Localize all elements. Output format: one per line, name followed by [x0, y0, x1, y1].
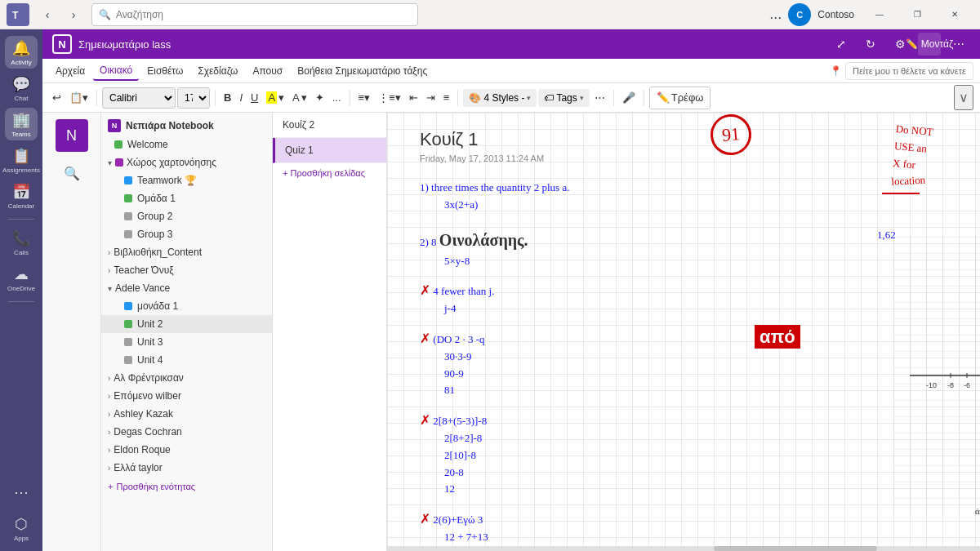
sidebar-item-ashley[interactable]: › Ashley Kazak [101, 405, 272, 423]
eraser-button[interactable]: ✦ [312, 87, 327, 109]
tags-button[interactable]: 🏷 Tags ▾ [538, 89, 589, 107]
back-button[interactable]: ‹ [36, 3, 59, 26]
menu-item-eistheto[interactable]: Εισθέτω [140, 62, 189, 80]
search-input[interactable] [116, 9, 411, 20]
menu-item-oikiako[interactable]: Οικιακό [93, 61, 139, 81]
sidebar-item-degas[interactable]: › Degas Cochran [101, 423, 272, 441]
sidebar-item-chat[interactable]: 💬 Chat [5, 72, 38, 104]
more-options-button[interactable]: ... [769, 6, 782, 23]
sidebar-item-unit3[interactable]: Unit 3 [101, 333, 272, 351]
user-name: Contoso [817, 9, 854, 20]
sidebar-item-eldon[interactable]: › Eldon Roque [101, 441, 272, 459]
adele-chevron-icon: ▾ [108, 284, 112, 293]
forward-button[interactable]: › [62, 3, 85, 26]
sidebar-item-xoros-group[interactable]: ▾ Χώρος χαρτονόησης [101, 153, 272, 171]
refresh-icon[interactable]: ↻ [859, 33, 882, 56]
italic-button[interactable]: I [236, 87, 246, 109]
font-size-selector[interactable]: 17 [177, 87, 210, 109]
onenote-icon: N [52, 34, 72, 54]
sidebar-apps-button[interactable]: ⬡ Apps [5, 512, 38, 544]
sidebar-item-alfrentriksan[interactable]: › Αλ Φρέντρικσαν [101, 369, 272, 387]
restore-button[interactable]: ❐ [898, 0, 936, 29]
sidebar-item-teamwork[interactable]: Teamwork 🏆 [101, 171, 272, 189]
edit-button[interactable]: ✏️ Μοντάζ [918, 33, 941, 56]
menu-item-apous[interactable]: Απουσ [247, 62, 290, 80]
menu-bar: Αρχεία Οικιακό Εισθέτω Σχεδίαζω Απουσ Βο… [42, 59, 980, 83]
add-page-button[interactable]: + Προσθήκη σελίδας [273, 163, 386, 183]
search-bar: 🔍 [91, 3, 418, 26]
more-tools-button[interactable]: ⋯ [591, 87, 608, 109]
eldon-label: Eldon Roque [114, 444, 170, 455]
underline-button[interactable]: U [247, 87, 261, 109]
sidebar-item-calls[interactable]: 📞 Calls [5, 226, 38, 259]
main-layout: 🔔 Activity 💬 Chat 🏢 Teams 📋 Assignments … [0, 29, 980, 551]
problem-2-work: 5×y-8 [444, 255, 470, 267]
menu-search-field[interactable]: Πείτε μου τι θέλετε να κάνετε [845, 62, 973, 80]
onenote-area: N Σημειωματάριο lass ⤢ ↻ ⚙ ✏️ Μοντάζ ⋯ Α… [42, 29, 980, 551]
sidebar-item-ella[interactable]: › Ελλά taylor [101, 459, 272, 477]
menu-item-voitheia[interactable]: Βοήθεια Σημειωματάριο τάξης [291, 62, 434, 80]
styles-button[interactable]: 🎨 4 Styles - ▾ [463, 89, 537, 107]
sidebar-item-unit4[interactable]: Unit 4 [101, 351, 272, 369]
sidebar-item-activity[interactable]: 🔔 Activity [5, 36, 38, 69]
sidebar-item-bibliothiki[interactable]: › Βιβλιοθήκη_Content [101, 243, 272, 261]
more-options-header-button[interactable]: ⋯ [947, 33, 970, 56]
styles-chevron-icon: ▾ [527, 94, 531, 102]
highlight-icon: A [266, 91, 277, 104]
sidebar-item-omada1[interactable]: Ομάδα 1 [101, 189, 272, 207]
sidebar-item-assignments[interactable]: 📋 Assignments [5, 144, 38, 176]
indent-button[interactable]: ⇥ [423, 87, 439, 109]
notebook-search-button[interactable]: 🔍 [57, 158, 87, 188]
font-selector[interactable]: Calibri [102, 87, 176, 109]
minimize-button[interactable]: — [861, 0, 898, 29]
paste-button[interactable]: 📋▾ [66, 87, 91, 109]
unit4-dot-icon [124, 356, 132, 364]
add-section-button[interactable]: + Προσθήκη ενότητας [101, 477, 272, 496]
sidebar-item-group3[interactable]: Group 3 [101, 225, 272, 243]
notebook-icon-button[interactable]: N [56, 119, 88, 152]
align-button[interactable]: ≡ [440, 87, 453, 109]
main-canvas[interactable]: Κουίζ 1 Friday, May 17, 2013 11:24 AM 91… [387, 113, 980, 551]
top-bar: T ‹ › 🔍 ... C Contoso — ❐ ✕ [0, 0, 980, 29]
problem-1-label: 1) three times the quantity 2 plus a. [420, 181, 569, 193]
expand-toolbar-button[interactable]: ∨ [954, 85, 973, 110]
sidebar-item-onedrive[interactable]: ☁ OneDrive [5, 262, 38, 295]
close-button[interactable]: ✕ [936, 0, 973, 29]
trefo-button[interactable]: ✏️ Τρέφω [649, 87, 711, 109]
font-color-button[interactable]: A▾ [289, 87, 310, 109]
sidebar-item-teacher[interactable]: › Teacher Όνυξ [101, 261, 272, 279]
sidebar-item-teams[interactable]: 🏢 Teams [5, 108, 38, 140]
sidebar-item-welcome[interactable]: Welcome [101, 136, 272, 153]
highlight-apo: από [755, 325, 800, 349]
welcome-label: Welcome [127, 139, 168, 150]
sidebar-item-monada1[interactable]: μονάδα 1 [101, 297, 272, 315]
undo-button[interactable]: ↩ [49, 87, 65, 109]
toolbar-separator-3 [350, 90, 350, 106]
outdent-button[interactable]: ⇤ [406, 87, 421, 109]
sidebar-item-calendar[interactable]: 📅 Calendar [5, 180, 38, 212]
highlight-apo-container: από [755, 327, 800, 348]
numbering-button[interactable]: ⋮≡▾ [375, 87, 404, 109]
bullets-button[interactable]: ≡▾ [355, 87, 374, 109]
menu-item-schediazw[interactable]: Σχεδίαζω [191, 62, 244, 80]
sidebar-item-group2[interactable]: Group 2 [101, 207, 272, 225]
page-title: Κουίζ 1 [420, 129, 947, 150]
sidebar-item-unit2[interactable]: Unit 2 [101, 315, 272, 333]
sidebar-item-epomeno[interactable]: › Επόμενο wilber [101, 387, 272, 405]
more-format-button[interactable]: ... [329, 87, 345, 109]
mic-button[interactable]: 🎤 [619, 87, 639, 109]
omada1-label: Ομάδα 1 [137, 193, 176, 204]
header-right-controls: ⤢ ↻ ⚙ ✏️ Μοντάζ ⋯ [830, 33, 970, 56]
bold-button[interactable]: B [220, 87, 234, 109]
svg-text:-8: -8 [947, 381, 954, 389]
teams-logo-icon: T [7, 3, 29, 26]
highlight-button[interactable]: A▾ [263, 87, 287, 109]
eldon-chevron-icon: › [108, 446, 110, 455]
sidebar-item-adele-group[interactable]: ▾ Adele Vance [101, 279, 272, 297]
list-item-quiz1[interactable]: Quiz 1 [273, 138, 386, 163]
menu-item-archeia[interactable]: Αρχεία [49, 62, 91, 80]
sidebar-more-button[interactable]: ⋯ [5, 476, 38, 509]
expand-icon[interactable]: ⤢ [830, 33, 853, 56]
list-item-quiz2[interactable]: Κουίζ 2 [273, 113, 386, 138]
toolbar-right: ∨ [954, 85, 973, 110]
